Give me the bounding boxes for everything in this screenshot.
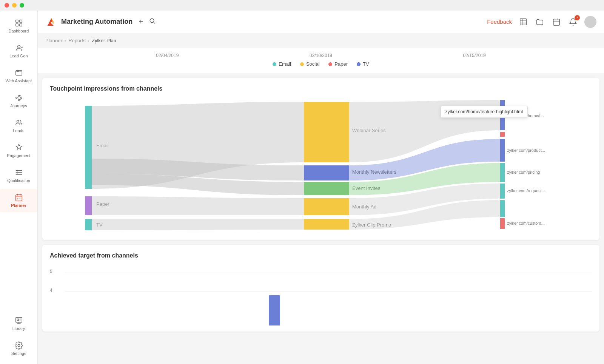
sidebar-item-web-assistant[interactable]: Web Assistant: [0, 64, 37, 88]
legend-dot-social: [300, 62, 304, 66]
planner-icon: [15, 193, 23, 202]
timeline-bar: 02/04/2019 02/10/2019 02/15/2019 Email S…: [38, 48, 604, 73]
breadcrumb: Planner › Reports › Zylker Plan: [38, 33, 604, 48]
event-invites-bar: [304, 182, 349, 195]
close-button[interactable]: [5, 3, 9, 8]
sidebar-item-engagement[interactable]: Engagement: [0, 139, 37, 162]
notifications-icon[interactable]: 7: [568, 17, 578, 27]
svg-rect-3: [19, 24, 22, 26]
lead-gen-icon: [15, 44, 23, 52]
legend-social: Social: [300, 61, 319, 67]
leads-icon: [15, 119, 23, 127]
svg-rect-14: [15, 318, 22, 322]
svg-point-15: [18, 344, 20, 347]
url-bar-5: [500, 200, 505, 217]
sidebar-item-dashboard[interactable]: Dashboard: [0, 14, 37, 38]
svg-point-8: [15, 97, 17, 99]
library-icon: [15, 316, 23, 325]
url-label-4: zylker.com/request...: [507, 188, 545, 193]
minimize-button[interactable]: [12, 3, 17, 8]
app-container: Dashboard Lead Gen Web Assistant: [0, 11, 604, 364]
search-icon: [149, 18, 156, 25]
url-label-3: zylker.com/pricing: [507, 170, 540, 174]
url-bar-4: [500, 184, 505, 199]
url-bar-1: [500, 100, 505, 130]
url-label-2: zylker.com/product...: [507, 148, 545, 153]
flow-tv-clip: [92, 219, 304, 230]
main-content: Planner › Reports › Zylker Plan 02/04/20…: [38, 33, 604, 364]
journeys-icon: [15, 94, 23, 102]
legend-dot-tv: [357, 62, 361, 66]
email-source-bar: [85, 106, 92, 189]
title-bar: [0, 0, 604, 11]
legend-email: Email: [273, 61, 291, 67]
grid-line-5: [65, 273, 592, 273]
breadcrumb-reports[interactable]: Reports: [68, 38, 86, 43]
sankey-svg: Webinar Series Monthly Newsletters Event…: [50, 98, 592, 234]
notification-badge: 7: [575, 15, 580, 20]
add-button[interactable]: +: [139, 17, 143, 26]
timeline-dates: 02/04/2019 02/10/2019 02/15/2019: [45, 51, 596, 58]
zylker-clip-bar: [304, 219, 349, 230]
paper-source-bar: [85, 196, 92, 215]
legend-paper: Paper: [328, 61, 348, 67]
touchpoint-section: Touchpoint impressions from channels: [42, 78, 599, 240]
user-avatar[interactable]: [584, 16, 596, 28]
sidebar-item-settings[interactable]: Settings: [0, 337, 37, 360]
url-bar-6: [500, 218, 505, 229]
sidebar-item-leads[interactable]: Leads: [0, 114, 37, 137]
sidebar: Dashboard Lead Gen Web Assistant: [0, 11, 38, 364]
svg-point-12: [17, 120, 19, 123]
app-logo-icon: [45, 16, 57, 28]
svg-rect-13: [15, 195, 22, 201]
svg-rect-2: [15, 24, 18, 26]
url-label-5: zylker.com/custom...: [507, 221, 545, 225]
tv-source-bar: [85, 219, 92, 230]
grid-line-4: [65, 292, 592, 292]
breadcrumb-planner[interactable]: Planner: [45, 38, 62, 43]
settings-icon: [15, 341, 23, 350]
svg-point-11: [20, 97, 22, 99]
svg-point-9: [18, 95, 20, 97]
svg-point-4: [17, 45, 20, 48]
sidebar-item-library[interactable]: Library: [0, 312, 37, 335]
svg-rect-17: [520, 19, 527, 25]
folder-icon[interactable]: [535, 17, 545, 27]
calendar-icon[interactable]: [551, 17, 562, 27]
chart-legend: Email Social Paper TV: [45, 58, 596, 70]
url-bar-3: [500, 163, 505, 182]
engagement-icon: [15, 143, 23, 152]
maximize-button[interactable]: [20, 3, 24, 8]
svg-point-16: [150, 19, 154, 23]
svg-point-6: [17, 71, 17, 72]
y-axis-5: 5: [50, 269, 52, 274]
y-axis-4: 4: [50, 288, 52, 293]
url-bar-1b: [500, 132, 505, 137]
sidebar-item-lead-gen[interactable]: Lead Gen: [0, 39, 37, 63]
feedback-button[interactable]: Feedback: [487, 19, 512, 25]
monthly-ad-bar: [304, 198, 349, 215]
sidebar-item-planner[interactable]: Planner: [0, 189, 37, 212]
breadcrumb-current: Zylker Plan: [92, 38, 116, 43]
table-view-icon[interactable]: [518, 17, 528, 27]
legend-tv: TV: [357, 61, 369, 67]
achieved-bar: [269, 295, 280, 325]
flow-paper-ad: [92, 196, 304, 215]
svg-point-10: [18, 99, 20, 101]
search-button[interactable]: [149, 18, 156, 26]
url-bar-2: [500, 139, 505, 162]
app-title: Marketing Automation: [45, 16, 133, 28]
webinar-series-bar: [304, 102, 349, 162]
svg-rect-18: [553, 19, 560, 25]
app-header: Marketing Automation + Feedback: [38, 11, 604, 33]
touchpoint-title: Touchpoint impressions from channels: [50, 85, 592, 92]
url-label-1: zylker.com/home/f...: [507, 113, 544, 118]
svg-rect-1: [19, 20, 22, 22]
sidebar-item-qualification[interactable]: Qualification: [0, 164, 37, 187]
legend-dot-email: [273, 62, 276, 66]
achieved-title: Achieved target from channels: [50, 252, 592, 259]
achieved-chart: 5 4: [50, 265, 592, 325]
legend-dot-paper: [328, 62, 332, 66]
sidebar-item-journeys[interactable]: Journeys: [0, 89, 37, 113]
achieved-section: Achieved target from channels 5 4: [42, 245, 599, 332]
